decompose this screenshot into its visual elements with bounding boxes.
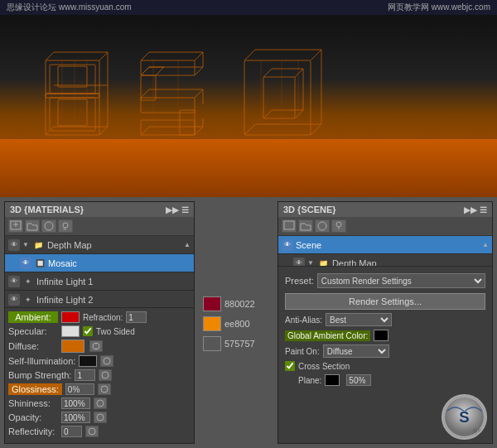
cross-section-label: Cross Section (298, 362, 350, 371)
svg-point-68 (63, 223, 68, 228)
anti-alias-label: Anti-Alias: (285, 316, 322, 325)
cross-section-checkbox[interactable] (285, 361, 295, 371)
shininess-input[interactable] (61, 397, 90, 409)
ambient-row: Ambient: Refraction: (8, 311, 191, 323)
shininess-label: Shininess: (8, 398, 58, 408)
plane-color-swatch[interactable] (325, 374, 340, 386)
self-illum-swatch[interactable] (79, 355, 97, 367)
light-btn[interactable] (58, 219, 73, 233)
materials-toolbar (5, 217, 194, 236)
glossiness-input[interactable] (65, 383, 94, 395)
shininess-icon-btn[interactable] (94, 397, 107, 409)
materials-header-icons[interactable]: ▶▶ ☰ (166, 205, 189, 214)
scene-layer-depth[interactable]: 👁 ▼ 📁 Depth Map (278, 254, 492, 266)
scene-header-icons[interactable]: ▶▶ ☰ (464, 205, 487, 214)
bump-icon-btn[interactable] (99, 369, 112, 381)
bump-input[interactable] (75, 369, 95, 381)
eye-icon-0[interactable]: 👁 (8, 239, 20, 251)
anti-alias-select[interactable]: Best (326, 313, 392, 326)
refraction-input[interactable] (126, 311, 147, 323)
swatch-row-0: 880022 (203, 296, 277, 311)
top-banner: 思缘设计论坛 www.missyuan.com 网页教学网 www.webjc.… (0, 0, 497, 15)
paint-on-label: Paint On: (285, 347, 320, 356)
scene-layer-scene[interactable]: 👁 Scene ▲ (278, 236, 492, 254)
add-material-btn[interactable] (8, 219, 23, 233)
layer-mosaic[interactable]: 👁 🔲 Mosaic (5, 254, 194, 272)
panels-row: 3D {MATERIALS} ▶▶ ☰ (0, 197, 497, 448)
specular-row: Specular: Two Sided (8, 325, 191, 337)
reflectivity-input[interactable] (61, 426, 82, 437)
scroll-arrow: ▲ (184, 241, 191, 248)
global-ambient-swatch[interactable] (374, 330, 388, 341)
scene-mat-btn[interactable] (315, 219, 330, 233)
eye-icon-2[interactable]: 👁 (8, 276, 20, 287)
scene-properties: Preset: Custom Render Settings Render Se… (278, 266, 492, 391)
materials-panel: 3D {MATERIALS} ▶▶ ☰ (4, 201, 195, 444)
scene-light-btn[interactable] (331, 219, 346, 233)
scene-scroll-up: ▲ (482, 241, 489, 248)
svg-point-75 (102, 372, 109, 378)
reflectivity-icon-btn[interactable] (85, 426, 99, 437)
glossiness-icon-btn[interactable] (98, 383, 111, 395)
bump-row: Bump Strength: (8, 369, 191, 381)
paint-on-select[interactable]: Diffuse (323, 344, 389, 358)
layer-depth-map[interactable]: 👁 ▼ 📁 Depth Map ▲ (5, 236, 194, 254)
two-sided-checkbox[interactable] (83, 326, 93, 336)
material-btn[interactable] (41, 219, 56, 233)
scene-expand-icon[interactable]: ▶▶ (464, 205, 477, 214)
preset-label: Preset: (285, 276, 314, 286)
diffuse-row: Diffuse: (8, 340, 191, 353)
scene-add-btn[interactable] (282, 219, 297, 233)
specular-color-swatch[interactable] (61, 325, 80, 337)
diffuse-color-swatch[interactable] (61, 340, 84, 353)
swatch-row-1: ee800 (203, 316, 277, 331)
specular-label: Specular: (8, 326, 58, 336)
layer-light-1[interactable]: 👁 ✦ Infinite Light 1 (5, 272, 194, 291)
diffuse-label: Diffuse: (8, 341, 58, 351)
svg-rect-1 (0, 139, 497, 197)
opacity-row: Opacity: (8, 412, 191, 423)
eye-icon-3[interactable]: 👁 (8, 294, 20, 306)
scene-title: 3D {SCENE} (283, 205, 336, 214)
svg-point-77 (97, 400, 104, 407)
eye-icon-1[interactable]: 👁 (20, 258, 31, 269)
scene-folder-icon: 📁 (318, 258, 330, 267)
viewport-svg (0, 15, 497, 197)
opacity-input[interactable] (61, 412, 90, 423)
swatch-hex-2: 575757 (224, 339, 255, 349)
logo-circle: S 月联 (442, 394, 487, 440)
materials-properties: Ambient: Refraction: Specular: Two Sided… (5, 307, 194, 443)
layer-icon-1: 🔲 (34, 258, 46, 269)
diffuse-icon-btn[interactable] (89, 340, 103, 352)
anti-alias-row: Anti-Alias: Best (282, 311, 489, 328)
light-icon-2: ✦ (22, 294, 34, 306)
opacity-icon-btn[interactable] (94, 412, 107, 423)
scene-eye-0[interactable]: 👁 (282, 239, 293, 251)
scene-folder-btn[interactable] (298, 219, 313, 233)
preset-select[interactable]: Custom Render Settings (317, 273, 485, 288)
scene-menu-icon[interactable]: ☰ (480, 205, 487, 214)
svg-point-82 (336, 222, 341, 227)
swatch-1[interactable] (203, 316, 221, 331)
two-sided-label: Two Sided (96, 327, 135, 336)
self-illum-icon-btn[interactable] (100, 355, 113, 367)
bump-label: Bump Strength: (8, 370, 71, 380)
expand-icon[interactable]: ▶▶ (166, 205, 179, 214)
scene-eye-1[interactable]: 👁 (293, 258, 305, 267)
color-swatches-area: 880022 ee800 575757 (195, 197, 277, 448)
scene-panel: 3D {SCENE} ▶▶ ☰ � (277, 201, 493, 444)
layer-light-2[interactable]: 👁 ✦ Infinite Light 2 (5, 291, 194, 307)
folder-btn[interactable] (25, 219, 40, 233)
swatch-2[interactable] (203, 336, 221, 351)
menu-icon[interactable]: ☰ (181, 205, 189, 214)
glossiness-row: Glossiness: (8, 383, 191, 395)
render-settings-btn[interactable]: Render Settings... (285, 293, 485, 310)
cross-section-row: Cross Section (282, 359, 489, 373)
ambient-color-swatch[interactable] (61, 311, 80, 323)
scene-layers-list: 👁 Scene ▲ 👁 ▼ 📁 Depth Map 👁 🔲 Mosaic 👁 ✦ (278, 236, 492, 266)
self-illum-row: Self-Illumination: (8, 355, 191, 367)
plane-value-input[interactable] (346, 374, 371, 386)
swatch-0[interactable] (203, 296, 221, 311)
banner-right: 网页教学网 www.webjc.com (388, 2, 490, 13)
opacity-label: Opacity: (8, 412, 58, 422)
